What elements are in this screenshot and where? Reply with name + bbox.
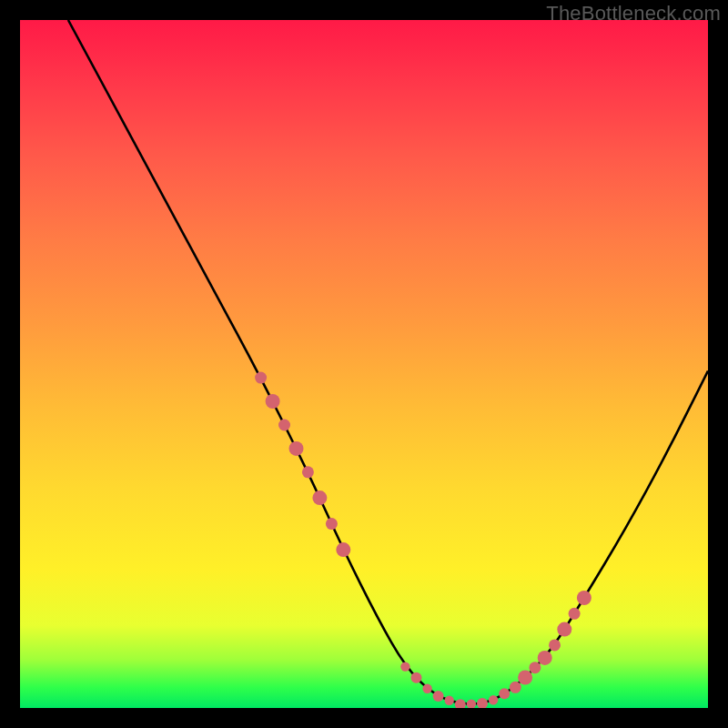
watermark-text: TheBottleneck.com bbox=[546, 2, 721, 25]
dotted-marker bbox=[529, 662, 541, 673]
dotted-marker bbox=[538, 651, 552, 665]
dotted-marker bbox=[302, 466, 314, 478]
dotted-marker bbox=[422, 684, 431, 693]
dotted-marker bbox=[557, 622, 571, 637]
dotted-marker bbox=[518, 671, 532, 685]
dotted-marker bbox=[577, 591, 592, 605]
dotted-marker bbox=[433, 691, 444, 702]
chart-frame: TheBottleneck.com bbox=[0, 0, 728, 728]
dotted-marker bbox=[510, 682, 521, 693]
dotted-marker bbox=[445, 696, 454, 705]
plot-area bbox=[20, 20, 708, 708]
dotted-marker bbox=[455, 699, 466, 708]
dotted-marker bbox=[411, 672, 422, 683]
dotted-marker bbox=[266, 394, 280, 409]
dotted-marker bbox=[499, 688, 510, 699]
dotted-marker bbox=[278, 420, 290, 431]
curve-layer bbox=[20, 20, 708, 708]
dotted-marker bbox=[549, 639, 561, 651]
dotted-marker bbox=[312, 490, 327, 505]
dotted-marker bbox=[255, 372, 267, 384]
dotted-marker bbox=[569, 608, 581, 620]
dotted-marker bbox=[289, 441, 304, 456]
bottleneck-curve bbox=[68, 20, 708, 704]
dotted-marker bbox=[467, 699, 476, 708]
dotted-marker bbox=[477, 698, 488, 708]
dotted-marker bbox=[326, 518, 338, 530]
dotted-marker bbox=[336, 542, 350, 557]
dotted-marker bbox=[489, 695, 498, 704]
dotted-marker bbox=[400, 662, 410, 671]
